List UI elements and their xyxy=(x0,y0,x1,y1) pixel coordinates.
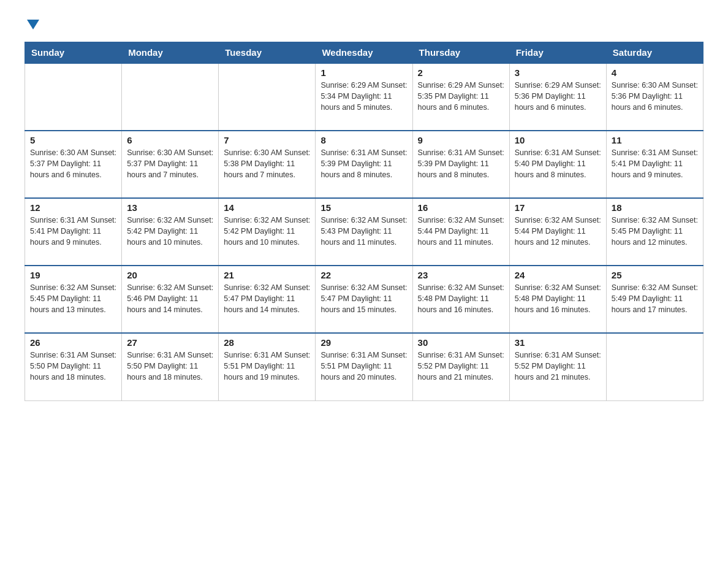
day-number: 2 xyxy=(418,67,504,78)
logo xyxy=(25,18,39,29)
calendar-cell: 22Sunrise: 6:32 AM Sunset: 5:47 PM Dayli… xyxy=(316,266,412,333)
calendar-cell: 14Sunrise: 6:32 AM Sunset: 5:42 PM Dayli… xyxy=(219,198,316,266)
calendar-cell: 3Sunrise: 6:29 AM Sunset: 5:36 PM Daylig… xyxy=(509,63,606,131)
header-monday: Monday xyxy=(122,42,219,64)
calendar-week-row: 12Sunrise: 6:31 AM Sunset: 5:41 PM Dayli… xyxy=(25,198,703,266)
calendar-cell: 26Sunrise: 6:31 AM Sunset: 5:50 PM Dayli… xyxy=(25,333,122,400)
calendar-week-row: 5Sunrise: 6:30 AM Sunset: 5:37 PM Daylig… xyxy=(25,131,703,198)
header-wednesday: Wednesday xyxy=(316,42,412,64)
day-info: Sunrise: 6:30 AM Sunset: 5:37 PM Dayligh… xyxy=(30,147,116,180)
calendar-cell: 12Sunrise: 6:31 AM Sunset: 5:41 PM Dayli… xyxy=(25,198,122,266)
calendar-cell: 16Sunrise: 6:32 AM Sunset: 5:44 PM Dayli… xyxy=(412,198,509,266)
page-header xyxy=(25,18,703,29)
calendar-cell xyxy=(219,63,316,131)
day-number: 22 xyxy=(320,270,407,280)
calendar-cell: 11Sunrise: 6:31 AM Sunset: 5:41 PM Dayli… xyxy=(606,131,703,198)
header-sunday: Sunday xyxy=(25,42,122,64)
calendar-cell: 24Sunrise: 6:32 AM Sunset: 5:48 PM Dayli… xyxy=(509,266,606,333)
day-info: Sunrise: 6:29 AM Sunset: 5:34 PM Dayligh… xyxy=(320,80,407,113)
day-info: Sunrise: 6:32 AM Sunset: 5:48 PM Dayligh… xyxy=(418,282,504,315)
calendar-cell: 27Sunrise: 6:31 AM Sunset: 5:50 PM Dayli… xyxy=(122,333,219,400)
day-number: 14 xyxy=(224,202,310,213)
day-number: 16 xyxy=(418,202,504,213)
logo-blue-text xyxy=(25,18,39,29)
calendar-cell: 25Sunrise: 6:32 AM Sunset: 5:49 PM Dayli… xyxy=(606,266,703,333)
calendar-cell xyxy=(25,63,122,131)
day-info: Sunrise: 6:30 AM Sunset: 5:37 PM Dayligh… xyxy=(127,147,213,180)
day-info: Sunrise: 6:32 AM Sunset: 5:48 PM Dayligh… xyxy=(515,282,601,315)
day-number: 11 xyxy=(612,135,698,145)
day-info: Sunrise: 6:31 AM Sunset: 5:52 PM Dayligh… xyxy=(418,350,504,383)
calendar-cell: 10Sunrise: 6:31 AM Sunset: 5:40 PM Dayli… xyxy=(509,131,606,198)
calendar-cell: 18Sunrise: 6:32 AM Sunset: 5:45 PM Dayli… xyxy=(606,198,703,266)
calendar-cell: 4Sunrise: 6:30 AM Sunset: 5:36 PM Daylig… xyxy=(606,63,703,131)
day-number: 15 xyxy=(320,202,407,213)
day-info: Sunrise: 6:32 AM Sunset: 5:42 PM Dayligh… xyxy=(224,215,310,248)
day-number: 28 xyxy=(224,337,310,348)
header-tuesday: Tuesday xyxy=(219,42,316,64)
calendar-cell: 21Sunrise: 6:32 AM Sunset: 5:47 PM Dayli… xyxy=(219,266,316,333)
day-info: Sunrise: 6:32 AM Sunset: 5:45 PM Dayligh… xyxy=(30,282,116,315)
day-info: Sunrise: 6:31 AM Sunset: 5:51 PM Dayligh… xyxy=(224,350,310,383)
day-number: 29 xyxy=(320,337,407,348)
day-info: Sunrise: 6:32 AM Sunset: 5:43 PM Dayligh… xyxy=(320,215,407,248)
header-friday: Friday xyxy=(509,42,606,64)
day-number: 6 xyxy=(127,135,213,145)
day-number: 31 xyxy=(515,337,601,348)
calendar-week-row: 1Sunrise: 6:29 AM Sunset: 5:34 PM Daylig… xyxy=(25,63,703,131)
day-info: Sunrise: 6:31 AM Sunset: 5:39 PM Dayligh… xyxy=(418,147,504,180)
day-number: 13 xyxy=(127,202,213,213)
day-number: 18 xyxy=(612,202,698,213)
calendar-week-row: 19Sunrise: 6:32 AM Sunset: 5:45 PM Dayli… xyxy=(25,266,703,333)
day-info: Sunrise: 6:31 AM Sunset: 5:52 PM Dayligh… xyxy=(515,350,601,383)
day-number: 1 xyxy=(320,67,407,78)
calendar-cell: 29Sunrise: 6:31 AM Sunset: 5:51 PM Dayli… xyxy=(316,333,412,400)
day-number: 8 xyxy=(320,135,407,145)
calendar-cell xyxy=(122,63,219,131)
calendar-cell: 13Sunrise: 6:32 AM Sunset: 5:42 PM Dayli… xyxy=(122,198,219,266)
day-number: 3 xyxy=(515,67,601,78)
day-number: 5 xyxy=(30,135,116,145)
calendar-cell: 19Sunrise: 6:32 AM Sunset: 5:45 PM Dayli… xyxy=(25,266,122,333)
day-info: Sunrise: 6:32 AM Sunset: 5:46 PM Dayligh… xyxy=(127,282,213,315)
header-saturday: Saturday xyxy=(606,42,703,64)
day-info: Sunrise: 6:31 AM Sunset: 5:41 PM Dayligh… xyxy=(612,147,698,180)
calendar-cell: 2Sunrise: 6:29 AM Sunset: 5:35 PM Daylig… xyxy=(412,63,509,131)
calendar-cell: 20Sunrise: 6:32 AM Sunset: 5:46 PM Dayli… xyxy=(122,266,219,333)
calendar-cell: 28Sunrise: 6:31 AM Sunset: 5:51 PM Dayli… xyxy=(219,333,316,400)
calendar-cell: 7Sunrise: 6:30 AM Sunset: 5:38 PM Daylig… xyxy=(219,131,316,198)
calendar-cell: 8Sunrise: 6:31 AM Sunset: 5:39 PM Daylig… xyxy=(316,131,412,198)
header-thursday: Thursday xyxy=(412,42,509,64)
day-number: 7 xyxy=(224,135,310,145)
calendar-cell: 31Sunrise: 6:31 AM Sunset: 5:52 PM Dayli… xyxy=(509,333,606,400)
day-info: Sunrise: 6:32 AM Sunset: 5:47 PM Dayligh… xyxy=(320,282,407,315)
calendar-cell: 9Sunrise: 6:31 AM Sunset: 5:39 PM Daylig… xyxy=(412,131,509,198)
day-info: Sunrise: 6:32 AM Sunset: 5:47 PM Dayligh… xyxy=(224,282,310,315)
day-number: 27 xyxy=(127,337,213,348)
calendar-cell: 15Sunrise: 6:32 AM Sunset: 5:43 PM Dayli… xyxy=(316,198,412,266)
day-info: Sunrise: 6:32 AM Sunset: 5:42 PM Dayligh… xyxy=(127,215,213,248)
day-number: 25 xyxy=(612,270,698,280)
day-number: 24 xyxy=(515,270,601,280)
calendar-cell: 6Sunrise: 6:30 AM Sunset: 5:37 PM Daylig… xyxy=(122,131,219,198)
day-number: 19 xyxy=(30,270,116,280)
calendar-cell: 17Sunrise: 6:32 AM Sunset: 5:44 PM Dayli… xyxy=(509,198,606,266)
calendar-header-row: Sunday Monday Tuesday Wednesday Thursday… xyxy=(25,42,703,64)
day-info: Sunrise: 6:29 AM Sunset: 5:35 PM Dayligh… xyxy=(418,80,504,113)
day-number: 20 xyxy=(127,270,213,280)
calendar-cell: 5Sunrise: 6:30 AM Sunset: 5:37 PM Daylig… xyxy=(25,131,122,198)
calendar-cell: 23Sunrise: 6:32 AM Sunset: 5:48 PM Dayli… xyxy=(412,266,509,333)
day-info: Sunrise: 6:32 AM Sunset: 5:45 PM Dayligh… xyxy=(612,215,698,248)
day-number: 26 xyxy=(30,337,116,348)
day-number: 17 xyxy=(515,202,601,213)
calendar-cell: 1Sunrise: 6:29 AM Sunset: 5:34 PM Daylig… xyxy=(316,63,412,131)
day-number: 12 xyxy=(30,202,116,213)
day-info: Sunrise: 6:32 AM Sunset: 5:44 PM Dayligh… xyxy=(418,215,504,248)
day-info: Sunrise: 6:29 AM Sunset: 5:36 PM Dayligh… xyxy=(515,80,601,113)
calendar-cell xyxy=(606,333,703,400)
day-number: 21 xyxy=(224,270,310,280)
day-number: 9 xyxy=(418,135,504,145)
day-info: Sunrise: 6:32 AM Sunset: 5:49 PM Dayligh… xyxy=(612,282,698,315)
day-info: Sunrise: 6:30 AM Sunset: 5:38 PM Dayligh… xyxy=(224,147,310,180)
calendar-cell: 30Sunrise: 6:31 AM Sunset: 5:52 PM Dayli… xyxy=(412,333,509,400)
